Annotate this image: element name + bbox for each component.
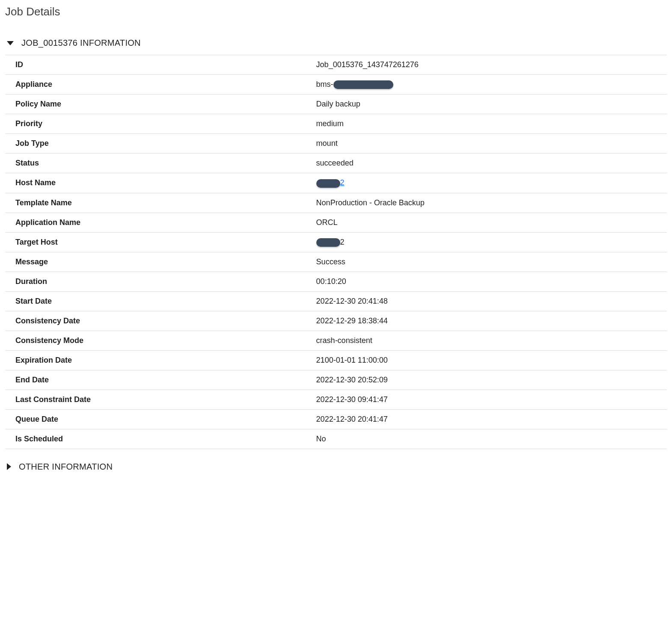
field-label: Target Host [5,232,316,252]
field-label: Consistency Date [5,311,316,331]
field-label: Last Constraint Date [5,390,316,409]
value-text: 2022-12-30 20:41:47 [316,415,388,423]
table-row: Statussucceeded [5,154,667,173]
table-row: IDJob_0015376_143747261276 [5,55,667,75]
field-label: Appliance [5,75,316,95]
redacted-value [316,179,340,188]
page-title: Job Details [5,5,667,18]
table-row: End Date2022-12-30 20:52:09 [5,370,667,390]
value-text: 2022-12-30 09:41:47 [316,395,388,404]
value-text: Success [316,257,345,266]
table-row: Prioritymedium [5,114,667,134]
field-label: Expiration Date [5,350,316,370]
field-value: Success [316,252,667,272]
chevron-right-icon [7,463,11,470]
field-value: 2022-12-29 18:38:44 [316,311,667,331]
other-information-section: OTHER INFORMATION [5,458,667,476]
value-suffix[interactable]: 2 [340,178,345,187]
value-text: NonProduction - Oracle Backup [316,198,425,207]
field-value: 2 [316,232,667,252]
other-information-header[interactable]: OTHER INFORMATION [5,458,667,476]
field-label: ID [5,55,316,75]
table-row: Policy NameDaily backup [5,95,667,114]
field-label: Message [5,252,316,272]
table-row: Last Constraint Date2022-12-30 09:41:47 [5,390,667,409]
field-value: NonProduction - Oracle Backup [316,193,667,213]
field-label: Status [5,154,316,173]
redacted-value [333,80,393,89]
table-row: Consistency Modecrash-consistent [5,331,667,350]
value-text: 2022-12-29 18:38:44 [316,316,388,325]
field-label: Priority [5,114,316,134]
value-text: 2100-01-01 11:00:00 [316,356,388,364]
field-label: Host Name [5,173,316,193]
value-text: crash-consistent [316,336,372,345]
field-value: No [316,429,667,449]
field-value: Daily backup [316,95,667,114]
value-text: 2022-12-30 20:52:09 [316,376,388,384]
table-row: Start Date2022-12-30 20:41:48 [5,291,667,311]
field-value: bms- [316,75,667,95]
value-text: ORCL [316,218,338,227]
table-row: Template NameNonProduction - Oracle Back… [5,193,667,213]
field-value: medium [316,114,667,134]
value-text: Job_0015376_143747261276 [316,60,419,69]
field-value: succeeded [316,154,667,173]
field-value: 2022-12-30 20:52:09 [316,370,667,390]
table-row: Job Typemount [5,134,667,154]
redacted-value [316,238,340,247]
value-text: No [316,435,326,443]
other-information-title: OTHER INFORMATION [19,462,113,472]
table-row: Appliancebms- [5,75,667,95]
job-information-title: JOB_0015376 INFORMATION [21,38,141,48]
field-label: Policy Name [5,95,316,114]
chevron-down-icon [7,41,14,45]
field-label: Consistency Mode [5,331,316,350]
field-value: 2022-12-30 20:41:47 [316,409,667,429]
field-label: Start Date [5,291,316,311]
field-value: mount [316,134,667,154]
field-label: Duration [5,272,316,291]
field-value: Job_0015376_143747261276 [316,55,667,75]
value-prefix: bms- [316,80,333,89]
field-value: 2100-01-01 11:00:00 [316,350,667,370]
table-row: Expiration Date2100-01-01 11:00:00 [5,350,667,370]
table-row: Target Host2 [5,232,667,252]
field-label: Is Scheduled [5,429,316,449]
job-information-table: IDJob_0015376_143747261276Appliancebms-P… [5,55,667,449]
job-information-section: JOB_0015376 INFORMATION IDJob_0015376_14… [5,34,667,449]
field-value: crash-consistent [316,331,667,350]
field-label: Queue Date [5,409,316,429]
table-row: Application NameORCL [5,213,667,232]
field-label: Job Type [5,134,316,154]
table-row: Consistency Date2022-12-29 18:38:44 [5,311,667,331]
field-value: 2022-12-30 20:41:48 [316,291,667,311]
value-suffix: 2 [340,238,345,246]
job-information-header[interactable]: JOB_0015376 INFORMATION [5,34,667,52]
value-text: 2022-12-30 20:41:48 [316,297,388,305]
table-row: Is ScheduledNo [5,429,667,449]
field-value: ORCL [316,213,667,232]
table-row: Host Name2 [5,173,667,193]
value-text: 00:10:20 [316,277,346,286]
field-label: Template Name [5,193,316,213]
value-text: mount [316,139,338,148]
table-row: Queue Date2022-12-30 20:41:47 [5,409,667,429]
value-text: medium [316,119,344,128]
field-value: 2022-12-30 09:41:47 [316,390,667,409]
value-text: succeeded [316,159,354,167]
value-text: Daily backup [316,100,360,108]
table-row: Duration00:10:20 [5,272,667,291]
table-row: MessageSuccess [5,252,667,272]
field-value[interactable]: 2 [316,173,667,193]
field-label: Application Name [5,213,316,232]
field-label: End Date [5,370,316,390]
field-value: 00:10:20 [316,272,667,291]
